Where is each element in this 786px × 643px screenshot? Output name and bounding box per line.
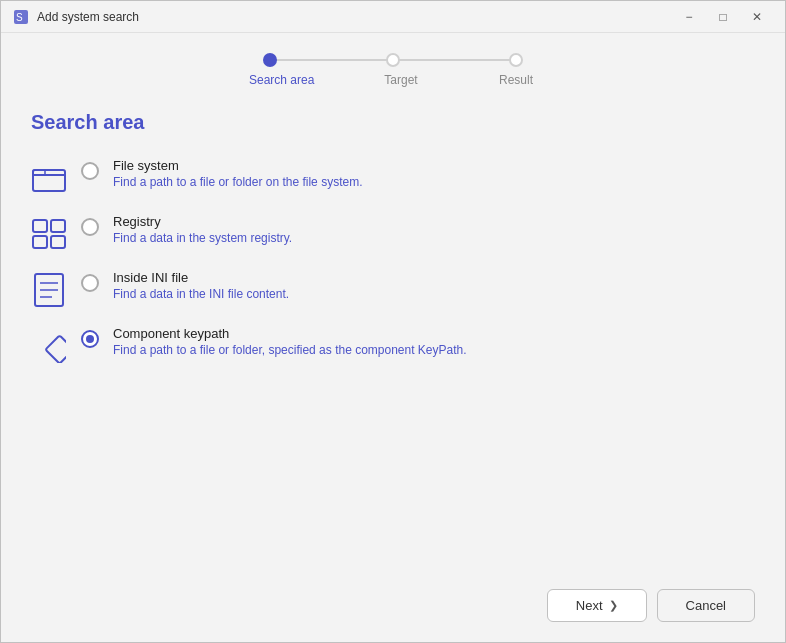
option-label-file-system: File system bbox=[113, 158, 362, 173]
svg-rect-6 bbox=[33, 236, 47, 248]
radio-file-system-area bbox=[81, 158, 99, 180]
footer: Next ❯ Cancel bbox=[1, 573, 785, 642]
stepper-label-search: Search area bbox=[249, 73, 329, 87]
stepper-labels: Search area Target Result bbox=[263, 73, 523, 87]
radio-registry-area bbox=[81, 214, 99, 236]
window-title: Add system search bbox=[37, 10, 673, 24]
cancel-label: Cancel bbox=[686, 598, 726, 613]
stepper-step-3 bbox=[509, 53, 523, 67]
option-label-ini: Inside INI file bbox=[113, 270, 289, 285]
svg-text:S: S bbox=[16, 12, 23, 23]
option-ini-file[interactable]: Inside INI file Find a data in the INI f… bbox=[31, 270, 755, 308]
stepper-step-2 bbox=[386, 53, 400, 67]
ini-icon bbox=[31, 272, 67, 308]
radio-ini[interactable] bbox=[81, 274, 99, 292]
option-registry[interactable]: Registry Find a data in the system regis… bbox=[31, 214, 755, 252]
next-button[interactable]: Next ❯ bbox=[547, 589, 647, 622]
folder-icon bbox=[31, 160, 67, 196]
cancel-button[interactable]: Cancel bbox=[657, 589, 755, 622]
radio-component-area bbox=[81, 326, 99, 348]
option-desc-file-system: Find a path to a file or folder on the f… bbox=[113, 175, 362, 189]
stepper-step-1 bbox=[263, 53, 277, 67]
option-desc-component: Find a path to a file or folder, specifi… bbox=[113, 343, 467, 357]
next-label: Next bbox=[576, 598, 603, 613]
svg-rect-2 bbox=[33, 170, 65, 191]
option-text-component: Component keypath Find a path to a file … bbox=[113, 326, 467, 357]
svg-rect-3 bbox=[33, 170, 45, 175]
diamond-icon bbox=[31, 328, 67, 364]
window-controls: − □ ✕ bbox=[673, 5, 773, 29]
svg-rect-12 bbox=[45, 335, 66, 363]
option-file-system[interactable]: File system Find a path to a file or fol… bbox=[31, 158, 755, 196]
option-desc-ini: Find a data in the INI file content. bbox=[113, 287, 289, 301]
maximize-button[interactable]: □ bbox=[707, 5, 739, 29]
svg-rect-5 bbox=[51, 220, 65, 232]
registry-icon bbox=[31, 216, 67, 252]
stepper-track bbox=[263, 53, 523, 67]
option-component-keypath[interactable]: Component keypath Find a path to a file … bbox=[31, 326, 755, 364]
radio-component-keypath[interactable] bbox=[81, 330, 99, 348]
option-label-component: Component keypath bbox=[113, 326, 467, 341]
next-chevron-icon: ❯ bbox=[609, 599, 618, 612]
stepper-label-result: Result bbox=[473, 73, 533, 87]
window: S Add system search − □ ✕ Search area Ta… bbox=[0, 0, 786, 643]
radio-file-system[interactable] bbox=[81, 162, 99, 180]
svg-rect-4 bbox=[33, 220, 47, 232]
svg-rect-7 bbox=[51, 236, 65, 248]
option-text-file-system: File system Find a path to a file or fol… bbox=[113, 158, 362, 189]
page-title: Search area bbox=[31, 111, 755, 134]
app-icon: S bbox=[13, 9, 29, 25]
options-list: File system Find a path to a file or fol… bbox=[31, 158, 755, 364]
option-text-ini: Inside INI file Find a data in the INI f… bbox=[113, 270, 289, 301]
option-text-registry: Registry Find a data in the system regis… bbox=[113, 214, 292, 245]
option-desc-registry: Find a data in the system registry. bbox=[113, 231, 292, 245]
stepper-label-target: Target bbox=[329, 73, 473, 87]
option-label-registry: Registry bbox=[113, 214, 292, 229]
radio-ini-area bbox=[81, 270, 99, 292]
content-area: Search area Target Result Search area bbox=[1, 33, 785, 573]
minimize-button[interactable]: − bbox=[673, 5, 705, 29]
close-button[interactable]: ✕ bbox=[741, 5, 773, 29]
radio-registry[interactable] bbox=[81, 218, 99, 236]
title-bar: S Add system search − □ ✕ bbox=[1, 1, 785, 33]
stepper: Search area Target Result bbox=[31, 53, 755, 87]
